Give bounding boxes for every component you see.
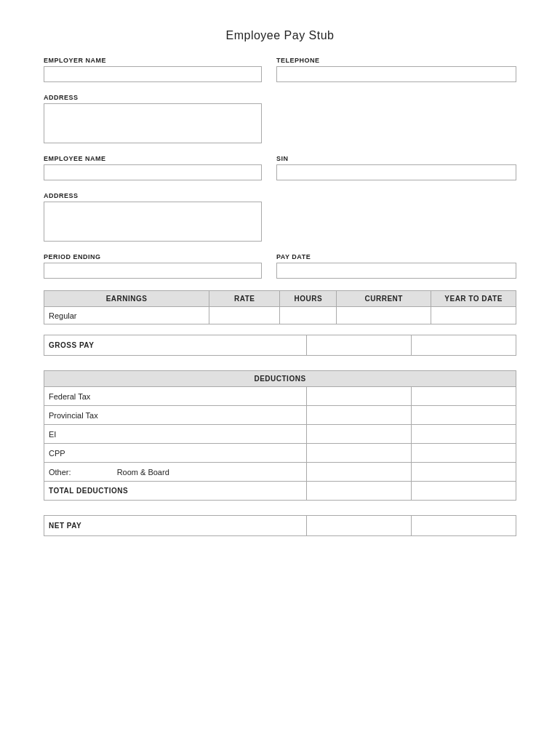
rate-header: RATE [209, 291, 280, 307]
earnings-regular-rate[interactable] [209, 307, 280, 324]
ei-label: EI [44, 425, 307, 444]
employee-name-label: EMPLOYEE NAME [44, 155, 262, 162]
total-deductions-ytd[interactable] [411, 482, 516, 501]
other-ytd[interactable] [411, 463, 516, 482]
total-deductions-current[interactable] [306, 482, 411, 501]
gross-pay-ytd[interactable] [411, 335, 516, 356]
other-label: Other: Room & Board [44, 463, 307, 482]
employee-address-input[interactable] [44, 202, 262, 242]
provincial-tax-ytd[interactable] [411, 406, 516, 425]
period-ending-input[interactable] [44, 263, 262, 279]
federal-tax-ytd[interactable] [411, 387, 516, 406]
earnings-regular-current[interactable] [337, 307, 431, 324]
sin-input[interactable] [276, 164, 516, 180]
earnings-regular-ytd[interactable] [431, 307, 516, 324]
ei-current[interactable] [306, 425, 411, 444]
employer-address-input[interactable] [44, 103, 262, 143]
telephone-input[interactable] [276, 66, 516, 82]
page-title: Employee Pay Stub [44, 29, 516, 42]
ytd-header: YEAR TO DATE [431, 291, 516, 307]
deduction-other: Other: Room & Board [44, 463, 516, 482]
deductions-table: DEDUCTIONS Federal Tax Provincial Tax EI… [44, 370, 516, 501]
other-current[interactable] [306, 463, 411, 482]
deduction-cpp: CPP [44, 444, 516, 463]
employer-name-label: EMPLOYER NAME [44, 57, 262, 64]
total-deductions-row: TOTAL DEDUCTIONS [44, 482, 516, 501]
earnings-regular-label[interactable]: Regular [44, 307, 209, 324]
net-pay-ytd[interactable] [411, 516, 516, 536]
cpp-label: CPP [44, 444, 307, 463]
total-deductions-label: TOTAL DEDUCTIONS [44, 482, 307, 501]
net-pay-table: NET PAY [44, 515, 516, 536]
earnings-regular-hours[interactable] [280, 307, 337, 324]
provincial-tax-current[interactable] [306, 406, 411, 425]
federal-tax-label: Federal Tax [44, 387, 307, 406]
gross-pay-table: GROSS PAY [44, 335, 516, 356]
employee-address-label: ADDRESS [44, 192, 262, 199]
earnings-row-regular: Regular [44, 307, 516, 324]
deductions-header: DEDUCTIONS [44, 371, 516, 387]
earnings-header: EARNINGS [44, 291, 209, 307]
deduction-federal-tax: Federal Tax [44, 387, 516, 406]
net-pay-row: NET PAY [44, 516, 516, 536]
period-ending-label: PERIOD ENDING [44, 253, 262, 260]
current-header: CURRENT [337, 291, 431, 307]
cpp-current[interactable] [306, 444, 411, 463]
telephone-label: TELEPHONE [276, 57, 516, 64]
earnings-table: EARNINGS RATE HOURS CURRENT YEAR TO DATE… [44, 290, 516, 324]
deduction-ei: EI [44, 425, 516, 444]
gross-pay-row: GROSS PAY [44, 335, 516, 356]
ei-ytd[interactable] [411, 425, 516, 444]
employee-name-input[interactable] [44, 164, 262, 180]
net-pay-current[interactable] [306, 516, 411, 536]
gross-pay-label: GROSS PAY [44, 335, 307, 356]
gross-pay-current[interactable] [306, 335, 411, 356]
other-note: Room & Board [117, 468, 169, 477]
employer-address-label: ADDRESS [44, 94, 262, 101]
sin-label: SIN [276, 155, 516, 162]
pay-date-input[interactable] [276, 263, 516, 279]
deduction-provincial-tax: Provincial Tax [44, 406, 516, 425]
net-pay-label: NET PAY [44, 516, 307, 536]
employer-name-input[interactable] [44, 66, 262, 82]
cpp-ytd[interactable] [411, 444, 516, 463]
hours-header: HOURS [280, 291, 337, 307]
pay-date-label: PAY DATE [276, 253, 516, 260]
provincial-tax-label: Provincial Tax [44, 406, 307, 425]
federal-tax-current[interactable] [306, 387, 411, 406]
